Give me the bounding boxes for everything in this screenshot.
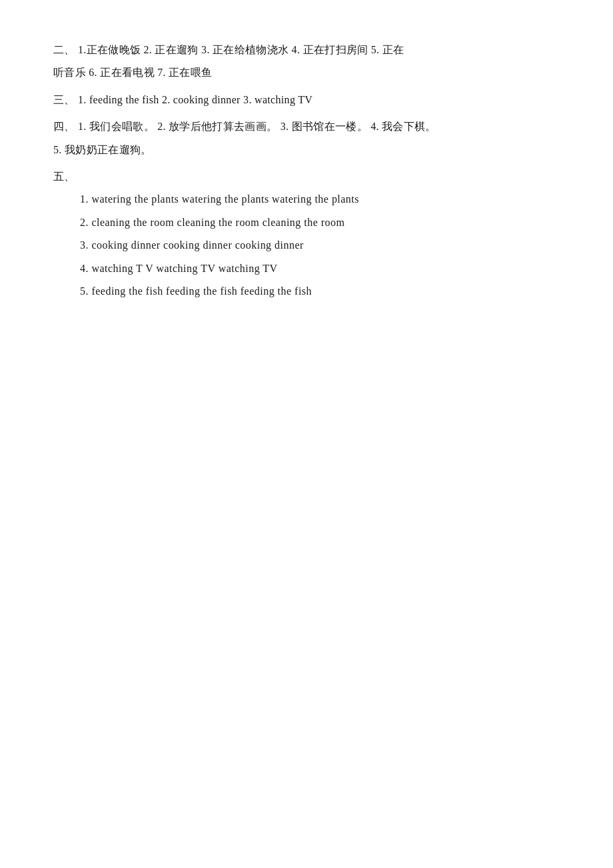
section-san: 三、 1. feeding the fish 2. cooking dinner… <box>53 90 560 110</box>
si-line2: 5. 我奶奶正在遛狗。 <box>53 140 560 160</box>
wu-item-3: 3. cooking dinner cooking dinner cooking… <box>53 235 560 255</box>
wu-items-list: 1. watering the plants watering the plan… <box>53 189 560 301</box>
er-line2: 听音乐 6. 正在看电视 7. 正在喂鱼 <box>53 63 560 83</box>
wu-item-1: 1. watering the plants watering the plan… <box>53 189 560 209</box>
page-content: 二、 1.正在做晚饭 2. 正在遛狗 3. 正在给植物浇水 4. 正在打扫房间 … <box>0 0 613 348</box>
wu-item-4: 4. watching T V watching TV watching TV <box>53 259 560 279</box>
section-si: 四、 1. 我们会唱歌。 2. 放学后他打算去画画。 3. 图书馆在一楼。 4.… <box>53 117 560 160</box>
section-er: 二、 1.正在做晚饭 2. 正在遛狗 3. 正在给植物浇水 4. 正在打扫房间 … <box>53 40 560 83</box>
wu-header-label: 五、 <box>53 171 75 182</box>
wu-item-2: 2. cleaning the room cleaning the room c… <box>53 213 560 233</box>
er-line1: 二、 1.正在做晚饭 2. 正在遛狗 3. 正在给植物浇水 4. 正在打扫房间 … <box>53 40 560 60</box>
san-line1: 三、 1. feeding the fish 2. cooking dinner… <box>53 90 560 110</box>
wu-item-5: 5. feeding the fish feeding the fish fee… <box>53 281 560 301</box>
si-line1: 四、 1. 我们会唱歌。 2. 放学后他打算去画画。 3. 图书馆在一楼。 4.… <box>53 117 560 137</box>
section-wu: 五、 1. watering the plants watering the p… <box>53 167 560 301</box>
wu-header: 五、 <box>53 167 560 187</box>
